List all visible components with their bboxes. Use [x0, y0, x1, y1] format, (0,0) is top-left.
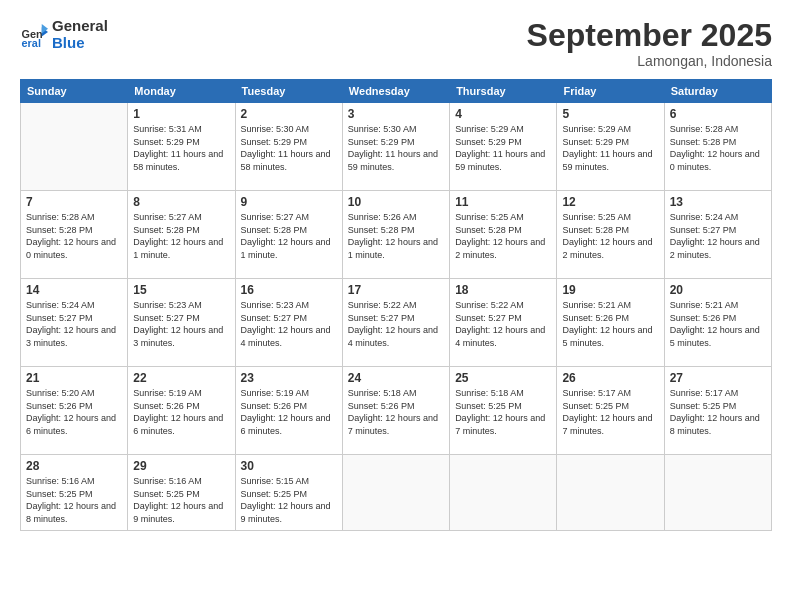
- day-number: 11: [455, 195, 551, 209]
- day-number: 17: [348, 283, 444, 297]
- day-detail: Sunrise: 5:19 AM Sunset: 5:26 PM Dayligh…: [241, 387, 337, 437]
- day-detail: Sunrise: 5:17 AM Sunset: 5:25 PM Dayligh…: [562, 387, 658, 437]
- day-number: 24: [348, 371, 444, 385]
- calendar-cell: 14Sunrise: 5:24 AM Sunset: 5:27 PM Dayli…: [21, 279, 128, 367]
- day-detail: Sunrise: 5:23 AM Sunset: 5:27 PM Dayligh…: [241, 299, 337, 349]
- calendar-cell: 16Sunrise: 5:23 AM Sunset: 5:27 PM Dayli…: [235, 279, 342, 367]
- day-detail: Sunrise: 5:22 AM Sunset: 5:27 PM Dayligh…: [455, 299, 551, 349]
- calendar-cell: 9Sunrise: 5:27 AM Sunset: 5:28 PM Daylig…: [235, 191, 342, 279]
- day-detail: Sunrise: 5:21 AM Sunset: 5:26 PM Dayligh…: [670, 299, 766, 349]
- calendar-cell: 18Sunrise: 5:22 AM Sunset: 5:27 PM Dayli…: [450, 279, 557, 367]
- calendar-cell: 24Sunrise: 5:18 AM Sunset: 5:26 PM Dayli…: [342, 367, 449, 455]
- day-number: 25: [455, 371, 551, 385]
- day-number: 26: [562, 371, 658, 385]
- day-number: 12: [562, 195, 658, 209]
- day-detail: Sunrise: 5:23 AM Sunset: 5:27 PM Dayligh…: [133, 299, 229, 349]
- day-number: 18: [455, 283, 551, 297]
- day-number: 15: [133, 283, 229, 297]
- calendar-cell: 1Sunrise: 5:31 AM Sunset: 5:29 PM Daylig…: [128, 103, 235, 191]
- day-number: 14: [26, 283, 122, 297]
- calendar-cell: 29Sunrise: 5:16 AM Sunset: 5:25 PM Dayli…: [128, 455, 235, 530]
- day-detail: Sunrise: 5:30 AM Sunset: 5:29 PM Dayligh…: [348, 123, 444, 173]
- calendar-week-2: 7Sunrise: 5:28 AM Sunset: 5:28 PM Daylig…: [21, 191, 772, 279]
- day-number: 19: [562, 283, 658, 297]
- day-detail: Sunrise: 5:16 AM Sunset: 5:25 PM Dayligh…: [26, 475, 122, 525]
- calendar-cell: 25Sunrise: 5:18 AM Sunset: 5:25 PM Dayli…: [450, 367, 557, 455]
- day-detail: Sunrise: 5:28 AM Sunset: 5:28 PM Dayligh…: [670, 123, 766, 173]
- day-detail: Sunrise: 5:25 AM Sunset: 5:28 PM Dayligh…: [562, 211, 658, 261]
- logo-general-text: General: [52, 18, 108, 35]
- logo: Gen eral General Blue: [20, 18, 108, 51]
- page-header: Gen eral General Blue September 2025 Lam…: [20, 18, 772, 69]
- calendar-cell: 5Sunrise: 5:29 AM Sunset: 5:29 PM Daylig…: [557, 103, 664, 191]
- day-number: 2: [241, 107, 337, 121]
- logo-icon: Gen eral: [20, 21, 48, 49]
- day-number: 13: [670, 195, 766, 209]
- calendar-cell: 12Sunrise: 5:25 AM Sunset: 5:28 PM Dayli…: [557, 191, 664, 279]
- day-number: 23: [241, 371, 337, 385]
- header-wednesday: Wednesday: [342, 80, 449, 103]
- day-detail: Sunrise: 5:29 AM Sunset: 5:29 PM Dayligh…: [562, 123, 658, 173]
- day-detail: Sunrise: 5:31 AM Sunset: 5:29 PM Dayligh…: [133, 123, 229, 173]
- header-monday: Monday: [128, 80, 235, 103]
- day-detail: Sunrise: 5:20 AM Sunset: 5:26 PM Dayligh…: [26, 387, 122, 437]
- calendar-cell: 11Sunrise: 5:25 AM Sunset: 5:28 PM Dayli…: [450, 191, 557, 279]
- calendar-cell: 17Sunrise: 5:22 AM Sunset: 5:27 PM Dayli…: [342, 279, 449, 367]
- day-number: 28: [26, 459, 122, 473]
- calendar-cell: [342, 455, 449, 530]
- calendar-cell: 28Sunrise: 5:16 AM Sunset: 5:25 PM Dayli…: [21, 455, 128, 530]
- calendar-cell: [450, 455, 557, 530]
- calendar-week-1: 1Sunrise: 5:31 AM Sunset: 5:29 PM Daylig…: [21, 103, 772, 191]
- calendar-cell: 23Sunrise: 5:19 AM Sunset: 5:26 PM Dayli…: [235, 367, 342, 455]
- day-number: 30: [241, 459, 337, 473]
- day-detail: Sunrise: 5:24 AM Sunset: 5:27 PM Dayligh…: [670, 211, 766, 261]
- day-number: 8: [133, 195, 229, 209]
- day-number: 10: [348, 195, 444, 209]
- calendar-header-row: SundayMondayTuesdayWednesdayThursdayFrid…: [21, 80, 772, 103]
- calendar-cell: 7Sunrise: 5:28 AM Sunset: 5:28 PM Daylig…: [21, 191, 128, 279]
- day-number: 6: [670, 107, 766, 121]
- calendar-cell: 27Sunrise: 5:17 AM Sunset: 5:25 PM Dayli…: [664, 367, 771, 455]
- svg-text:eral: eral: [22, 36, 41, 48]
- header-saturday: Saturday: [664, 80, 771, 103]
- day-detail: Sunrise: 5:25 AM Sunset: 5:28 PM Dayligh…: [455, 211, 551, 261]
- calendar-week-4: 21Sunrise: 5:20 AM Sunset: 5:26 PM Dayli…: [21, 367, 772, 455]
- day-detail: Sunrise: 5:29 AM Sunset: 5:29 PM Dayligh…: [455, 123, 551, 173]
- calendar-cell: 20Sunrise: 5:21 AM Sunset: 5:26 PM Dayli…: [664, 279, 771, 367]
- day-detail: Sunrise: 5:27 AM Sunset: 5:28 PM Dayligh…: [241, 211, 337, 261]
- subtitle: Lamongan, Indonesia: [527, 53, 772, 69]
- title-area: September 2025 Lamongan, Indonesia: [527, 18, 772, 69]
- day-number: 5: [562, 107, 658, 121]
- day-detail: Sunrise: 5:26 AM Sunset: 5:28 PM Dayligh…: [348, 211, 444, 261]
- day-detail: Sunrise: 5:17 AM Sunset: 5:25 PM Dayligh…: [670, 387, 766, 437]
- day-number: 7: [26, 195, 122, 209]
- day-detail: Sunrise: 5:15 AM Sunset: 5:25 PM Dayligh…: [241, 475, 337, 525]
- day-detail: Sunrise: 5:24 AM Sunset: 5:27 PM Dayligh…: [26, 299, 122, 349]
- day-number: 4: [455, 107, 551, 121]
- calendar-cell: 19Sunrise: 5:21 AM Sunset: 5:26 PM Dayli…: [557, 279, 664, 367]
- day-detail: Sunrise: 5:27 AM Sunset: 5:28 PM Dayligh…: [133, 211, 229, 261]
- day-number: 3: [348, 107, 444, 121]
- calendar-cell: 4Sunrise: 5:29 AM Sunset: 5:29 PM Daylig…: [450, 103, 557, 191]
- calendar-cell: 26Sunrise: 5:17 AM Sunset: 5:25 PM Dayli…: [557, 367, 664, 455]
- day-detail: Sunrise: 5:28 AM Sunset: 5:28 PM Dayligh…: [26, 211, 122, 261]
- day-detail: Sunrise: 5:19 AM Sunset: 5:26 PM Dayligh…: [133, 387, 229, 437]
- day-number: 20: [670, 283, 766, 297]
- calendar-cell: [664, 455, 771, 530]
- calendar-cell: [557, 455, 664, 530]
- calendar-cell: 6Sunrise: 5:28 AM Sunset: 5:28 PM Daylig…: [664, 103, 771, 191]
- day-number: 27: [670, 371, 766, 385]
- day-number: 1: [133, 107, 229, 121]
- month-title: September 2025: [527, 18, 772, 53]
- header-thursday: Thursday: [450, 80, 557, 103]
- day-detail: Sunrise: 5:22 AM Sunset: 5:27 PM Dayligh…: [348, 299, 444, 349]
- calendar-week-5: 28Sunrise: 5:16 AM Sunset: 5:25 PM Dayli…: [21, 455, 772, 530]
- calendar-cell: 22Sunrise: 5:19 AM Sunset: 5:26 PM Dayli…: [128, 367, 235, 455]
- calendar-cell: 10Sunrise: 5:26 AM Sunset: 5:28 PM Dayli…: [342, 191, 449, 279]
- calendar-cell: 13Sunrise: 5:24 AM Sunset: 5:27 PM Dayli…: [664, 191, 771, 279]
- day-number: 29: [133, 459, 229, 473]
- calendar-week-3: 14Sunrise: 5:24 AM Sunset: 5:27 PM Dayli…: [21, 279, 772, 367]
- day-number: 21: [26, 371, 122, 385]
- day-detail: Sunrise: 5:21 AM Sunset: 5:26 PM Dayligh…: [562, 299, 658, 349]
- calendar-cell: 30Sunrise: 5:15 AM Sunset: 5:25 PM Dayli…: [235, 455, 342, 530]
